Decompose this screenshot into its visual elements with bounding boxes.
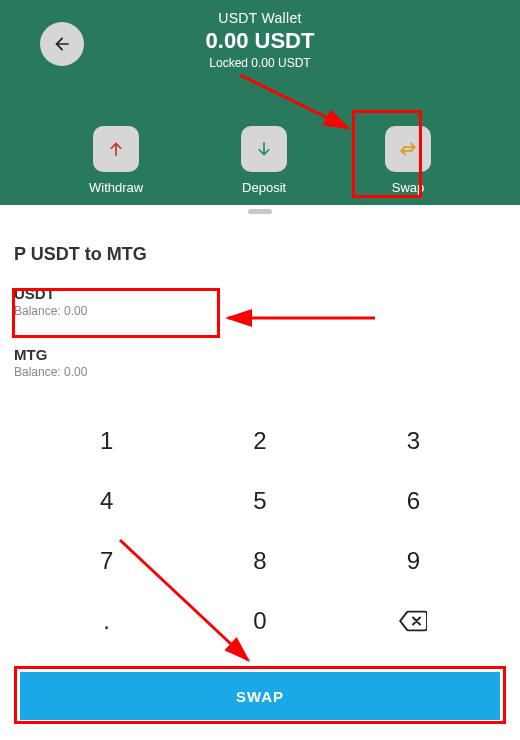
- key-backspace[interactable]: [337, 591, 490, 651]
- swap-button[interactable]: SWAP: [20, 672, 500, 720]
- from-currency-code: USDT: [14, 285, 506, 302]
- to-currency-balance: Balance: 0.00: [14, 365, 506, 379]
- from-currency-field[interactable]: USDT Balance: 0.00: [0, 281, 520, 328]
- swap-action[interactable]: Swap: [385, 126, 431, 195]
- to-currency-code: MTG: [14, 346, 506, 363]
- key-7[interactable]: 7: [30, 531, 183, 591]
- backspace-icon: [399, 607, 427, 635]
- swap-tile: [385, 126, 431, 172]
- back-button[interactable]: [40, 22, 84, 66]
- swap-button-label: SWAP: [236, 688, 284, 705]
- arrow-left-icon: [52, 34, 72, 54]
- key-4[interactable]: 4: [30, 471, 183, 531]
- key-9[interactable]: 9: [337, 531, 490, 591]
- to-currency-field[interactable]: MTG Balance: 0.00: [0, 342, 520, 389]
- swap-icon: [397, 138, 419, 160]
- swap-sheet-title: P USDT to MTG: [0, 214, 520, 281]
- swap-label: Swap: [392, 180, 425, 195]
- withdraw-action[interactable]: Withdraw: [89, 126, 143, 195]
- withdraw-tile: [93, 126, 139, 172]
- key-2[interactable]: 2: [183, 411, 336, 471]
- key-3[interactable]: 3: [337, 411, 490, 471]
- wallet-actions: Withdraw Deposit Swap: [0, 126, 520, 195]
- key-5[interactable]: 5: [183, 471, 336, 531]
- wallet-name: USDT Wallet: [0, 10, 520, 26]
- arrow-up-icon: [106, 139, 126, 159]
- numeric-keypad: 1 2 3 4 5 6 7 8 9 . 0: [0, 411, 520, 651]
- key-6[interactable]: 6: [337, 471, 490, 531]
- arrow-down-icon: [254, 139, 274, 159]
- deposit-tile: [241, 126, 287, 172]
- deposit-action[interactable]: Deposit: [241, 126, 287, 195]
- key-1[interactable]: 1: [30, 411, 183, 471]
- from-currency-balance: Balance: 0.00: [14, 304, 506, 318]
- key-0[interactable]: 0: [183, 591, 336, 651]
- key-dot[interactable]: .: [30, 591, 183, 651]
- deposit-label: Deposit: [242, 180, 286, 195]
- key-8[interactable]: 8: [183, 531, 336, 591]
- wallet-header: USDT Wallet 0.00 USDT Locked 0.00 USDT W…: [0, 0, 520, 205]
- withdraw-label: Withdraw: [89, 180, 143, 195]
